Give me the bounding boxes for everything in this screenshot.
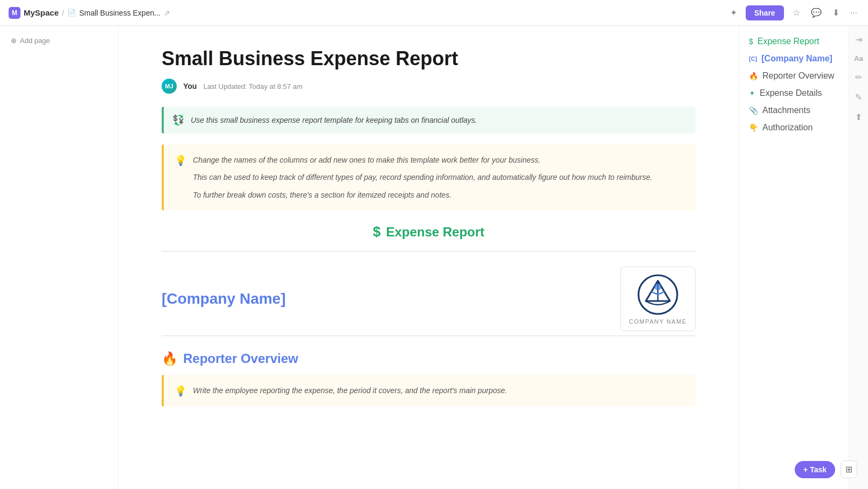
doc-name[interactable]: Small Business Expen... xyxy=(79,9,161,17)
share-out-icon[interactable]: ⇗ xyxy=(164,9,170,17)
add-page-icon: ⊕ xyxy=(11,37,17,45)
tip-yellow-row: 💡 Change the names of the columns or add… xyxy=(175,154,685,201)
collapse-sidebar-btn[interactable]: ⇥ xyxy=(853,32,864,47)
reporter-heading: 🔥 Reporter Overview xyxy=(162,351,696,366)
meta-row: MJ You Last Updated: Today at 8:57 am xyxy=(162,79,696,94)
doc-icon: 📄 xyxy=(67,9,76,17)
breadcrumb-sep: / xyxy=(62,9,64,17)
authorization-icon: 👇 xyxy=(749,123,758,132)
workspace-name: MySpace xyxy=(24,8,59,17)
company-logo-svg xyxy=(636,273,679,316)
tip-box-green: 💱 Use this small business expense report… xyxy=(162,107,696,134)
star-btn[interactable]: ☆ xyxy=(790,5,802,20)
right-sidebar-nav: $ Expense Report [C] [Company Name] 🔥 Re… xyxy=(739,26,849,489)
expense-report-label: Expense Report xyxy=(758,37,820,46)
tip-yellow-line-1: Change the names of the columns or add n… xyxy=(193,154,652,166)
right-panel: $ Expense Report [C] [Company Name] 🔥 Re… xyxy=(739,26,868,489)
sidebar-item-reporter-overview[interactable]: 🔥 Reporter Overview xyxy=(745,68,843,84)
svg-point-3 xyxy=(655,283,662,290)
expense-details-icon: ✦ xyxy=(749,89,755,97)
tip-green-icon: 💱 xyxy=(172,114,184,126)
expense-report-dollar-icon: $ xyxy=(373,223,380,240)
expense-report-heading-text: Expense Report xyxy=(386,225,484,240)
share-btn-2[interactable]: ⬆ xyxy=(853,110,864,124)
page-title: Small Business Expense Report xyxy=(162,47,696,70)
tip-green-text: Use this small business expense report t… xyxy=(191,116,477,124)
tip-yellow-line-2: This can be used to keep track of differ… xyxy=(193,171,652,183)
main-layout: ⊕ Add page Small Business Expense Report… xyxy=(0,26,868,489)
left-sidebar: ⊕ Add page xyxy=(0,26,119,489)
tip-yellow-line-3: To further break down costs, there's a s… xyxy=(193,189,652,201)
attachments-label: Attachments xyxy=(762,106,810,115)
sidebar-item-authorization[interactable]: 👇 Authorization xyxy=(745,120,843,136)
meta-user: You xyxy=(183,82,197,90)
company-name-text: [Company Name] xyxy=(162,290,286,308)
reporter-overview-icon: 🔥 xyxy=(749,72,758,80)
top-nav: M MySpace / 📄 Small Business Expen... ⇗ … xyxy=(0,0,868,26)
share-button[interactable]: Share xyxy=(746,5,784,20)
sidebar-item-expense-details[interactable]: ✦ Expense Details xyxy=(745,85,843,101)
section-divider-1 xyxy=(162,251,696,252)
tip-box-yellow: 💡 Change the names of the columns or add… xyxy=(162,144,696,211)
authorization-label: Authorization xyxy=(762,123,813,132)
company-logo-box: COMPANY NAME xyxy=(620,267,696,331)
reporter-tip-icon: 💡 xyxy=(175,385,186,397)
logo-icon: M xyxy=(9,7,20,19)
comment-btn[interactable]: 💬 xyxy=(809,5,824,20)
meta-updated: Last Updated: Today at 8:57 am xyxy=(203,82,302,90)
download-btn[interactable]: ⬇ xyxy=(830,5,842,20)
company-name-label: [Company Name] xyxy=(761,54,832,64)
right-tools: ⇥ Aa ✏ ✎ ⬆ xyxy=(849,26,868,489)
more-btn[interactable]: ··· xyxy=(848,6,859,20)
breadcrumb: / 📄 Small Business Expen... ⇗ xyxy=(62,9,170,17)
reporter-heading-text: Reporter Overview xyxy=(183,351,298,366)
add-page-label: Add page xyxy=(20,37,50,45)
company-name-icon: [C] xyxy=(749,55,757,62)
reporter-tip-row: 💡 Write the employee reporting the expen… xyxy=(175,385,685,397)
reporter-tip-text: Write the employee reporting the expense… xyxy=(193,385,507,396)
tip-yellow-icon: 💡 xyxy=(175,155,186,166)
sidebar-item-expense-report[interactable]: $ Expense Report xyxy=(745,33,843,50)
section-divider-2 xyxy=(162,336,696,336)
reporter-icon: 🔥 xyxy=(162,351,178,366)
workspace-logo[interactable]: M MySpace xyxy=(9,7,59,19)
font-size-btn[interactable]: Aa xyxy=(852,52,865,65)
bottom-right: + Task ⊞ xyxy=(795,460,857,478)
attachments-icon: 📎 xyxy=(749,106,758,115)
reporter-overview-label: Reporter Overview xyxy=(762,71,834,81)
content-area: Small Business Expense Report MJ You Las… xyxy=(119,26,739,489)
grid-view-button[interactable]: ⊞ xyxy=(841,460,857,478)
company-row: [Company Name] COMPANY NAME xyxy=(162,267,696,331)
reporter-tip-box: 💡 Write the employee reporting the expen… xyxy=(162,375,696,407)
reporter-tip-content: Write the employee reporting the expense… xyxy=(193,385,507,396)
tip-yellow-content: Change the names of the columns or add n… xyxy=(193,154,652,201)
nav-right: ✦ Share ☆ 💬 ⬇ ··· xyxy=(728,5,859,20)
sidebar-item-company-name[interactable]: [C] [Company Name] xyxy=(745,51,843,67)
edit-btn-1[interactable]: ✏ xyxy=(853,70,864,85)
task-button[interactable]: + Task xyxy=(795,461,835,478)
avatar: MJ xyxy=(162,79,177,94)
expense-report-heading: $ Expense Report xyxy=(162,223,696,240)
expense-report-icon: $ xyxy=(749,37,753,46)
magic-wand-btn[interactable]: ✦ xyxy=(728,5,739,20)
add-page-button[interactable]: ⊕ Add page xyxy=(6,34,54,47)
company-logo-label: COMPANY NAME xyxy=(629,318,686,325)
expense-details-label: Expense Details xyxy=(760,88,822,98)
sidebar-item-attachments[interactable]: 📎 Attachments xyxy=(745,102,843,118)
edit-btn-2[interactable]: ✎ xyxy=(853,90,864,104)
